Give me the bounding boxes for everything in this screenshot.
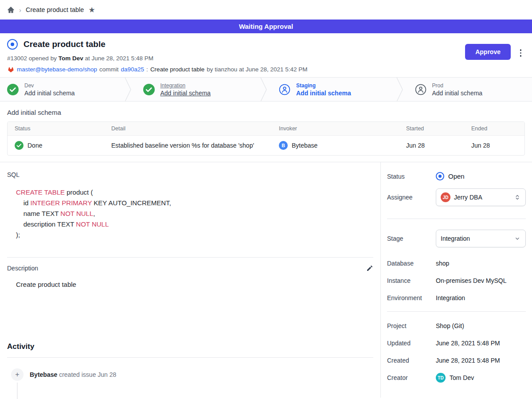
- sql-code-block: CREATE TABLE product ( id INTEGER PRIMAR…: [16, 187, 373, 240]
- stage-task-label[interactable]: Add initial schema: [432, 90, 483, 97]
- chevron-right-icon: ›: [19, 6, 21, 14]
- assignee-value: Jerry DBA: [454, 194, 482, 201]
- task-ended: Jun 28: [464, 136, 524, 156]
- stage-task-label[interactable]: Add initial schema: [160, 90, 211, 97]
- bytebase-avatar: B: [279, 141, 288, 150]
- pipeline-stage-prod[interactable]: Prod Add initial schema: [403, 78, 532, 101]
- home-icon[interactable]: [7, 6, 15, 14]
- task-section-title: Add initial schema: [7, 109, 525, 116]
- stage-task-label[interactable]: Add initial schema: [296, 90, 351, 97]
- task-table-header: Status Detail Invoker Started Ended: [8, 122, 524, 136]
- divider: [7, 357, 373, 358]
- col-started: Started: [399, 122, 464, 136]
- timeline-line: [17, 383, 18, 399]
- edit-pencil-icon[interactable]: [366, 265, 373, 272]
- divider: [387, 219, 526, 219]
- activity-actor: Bytebase: [30, 371, 57, 378]
- task-started: Jun 28: [399, 136, 464, 156]
- creator-value: Tom Dev: [450, 374, 474, 381]
- sql-line: description TEXT NOT NULL: [16, 219, 373, 230]
- commit-ref-link[interactable]: master@bytebase-demo/shop: [17, 66, 97, 73]
- breadcrumb: › Create product table ★: [0, 0, 532, 20]
- chevron-down-icon: [514, 235, 521, 242]
- pipeline-stage-bar: Dev Add initial schema Integration Add i…: [0, 77, 532, 102]
- assignee-select[interactable]: JD Jerry DBA: [436, 188, 526, 206]
- activity-action: created issue Jun 28: [59, 371, 116, 378]
- open-status-icon: [436, 172, 444, 180]
- issue-title: Create product table: [23, 39, 106, 49]
- plus-icon: +: [11, 368, 23, 381]
- sql-line: id INTEGER PRIMARY KEY AUTO_INCREMENT,: [16, 198, 373, 208]
- sql-token: ,: [93, 210, 95, 217]
- stage-separator: [396, 78, 403, 101]
- check-circle-icon: [7, 84, 19, 95]
- stage-label: Stage: [387, 235, 436, 242]
- stage-env-label: Integration: [160, 82, 211, 89]
- col-invoker: Invoker: [272, 122, 399, 136]
- created-value: June 28, 2021 5:48 PM: [436, 357, 526, 364]
- task-section: Add initial schema Status Detail Invoker…: [0, 102, 532, 162]
- commit-message: Create product table: [150, 66, 204, 73]
- assignee-avatar: JD: [441, 192, 450, 202]
- database-value: shop: [436, 260, 526, 267]
- activity-heading: Activity: [7, 342, 373, 351]
- task-table: Status Detail Invoker Started Ended Done…: [8, 122, 524, 155]
- task-detail: Established baseline version %s for data…: [104, 136, 272, 156]
- sql-token: );: [16, 231, 20, 239]
- stage-env-label: Dev: [24, 82, 75, 89]
- pipeline-stage-staging[interactable]: Staging Add initial schema: [267, 78, 396, 101]
- gitlab-icon: [7, 66, 15, 73]
- issue-id: #13002: [7, 55, 27, 62]
- sql-token: INTEGER PRIMARY: [31, 199, 92, 207]
- task-row[interactable]: Done Established baseline version %s for…: [8, 136, 524, 156]
- updated-value: June 28, 2021 5:48 PM: [436, 340, 526, 347]
- divider: [7, 257, 373, 258]
- environment-label: Environment: [387, 294, 436, 301]
- issue-meta: #13002 opened by Tom Dev at June 28, 202…: [7, 55, 525, 62]
- col-ended: Ended: [464, 122, 524, 136]
- status-value: Open: [448, 172, 465, 180]
- description-label: Description: [7, 265, 38, 272]
- pipeline-stage-integration[interactable]: Integration Add initial schema: [132, 78, 261, 101]
- sql-line: );: [16, 230, 373, 240]
- sql-token: name TEXT: [16, 210, 60, 217]
- stage-env-label: Staging: [296, 82, 351, 89]
- stage-separator: [125, 78, 132, 101]
- col-detail: Detail: [104, 122, 272, 136]
- stage-task-label[interactable]: Add initial schema: [24, 90, 75, 97]
- pipeline-stage-dev[interactable]: Dev Add initial schema: [0, 78, 125, 101]
- database-label: Database: [387, 260, 436, 267]
- more-options-icon[interactable]: [518, 47, 524, 59]
- approval-banner: Waiting Approval: [0, 20, 532, 33]
- commit-line: master@bytebase-demo/shop commit da90a25…: [7, 66, 525, 73]
- sql-line: CREATE TABLE product (: [16, 187, 373, 198]
- issue-sidebar: Status Open Assignee JD Jerry DBA Stage …: [380, 162, 532, 398]
- opened-at-text: at June 28, 2021 5:48 PM: [85, 55, 153, 62]
- star-icon[interactable]: ★: [88, 6, 95, 14]
- stage-select[interactable]: Integration: [436, 230, 526, 247]
- commit-separator: :: [146, 66, 148, 73]
- task-invoker: Bytebase: [292, 142, 317, 149]
- instance-label: Instance: [387, 277, 436, 284]
- stage-env-label: Prod: [432, 82, 483, 89]
- commit-hash-link[interactable]: da90a25: [121, 66, 145, 73]
- breadcrumb-title: Create product table: [26, 6, 84, 13]
- project-label: Project: [387, 322, 436, 329]
- check-circle-icon: [15, 141, 23, 150]
- created-label: Created: [387, 357, 436, 364]
- creator-avatar: TD: [436, 373, 446, 383]
- creator-label: Creator: [387, 374, 436, 381]
- approve-button[interactable]: Approve: [465, 44, 511, 60]
- assignee-label: Assignee: [387, 194, 436, 201]
- sql-token: NOT NULL: [76, 220, 109, 228]
- project-value: Shop (Git): [436, 322, 526, 329]
- sql-token: NOT NULL: [60, 210, 93, 217]
- issue-author[interactable]: Tom Dev: [59, 55, 83, 62]
- person-circle-icon: [279, 84, 290, 95]
- stage-value: Integration: [441, 235, 470, 242]
- sql-token: CREATE TABLE: [16, 188, 65, 196]
- check-circle-icon: [143, 84, 155, 95]
- stage-separator: [260, 78, 267, 101]
- sql-label: SQL: [7, 171, 373, 178]
- sql-token: id: [16, 199, 31, 207]
